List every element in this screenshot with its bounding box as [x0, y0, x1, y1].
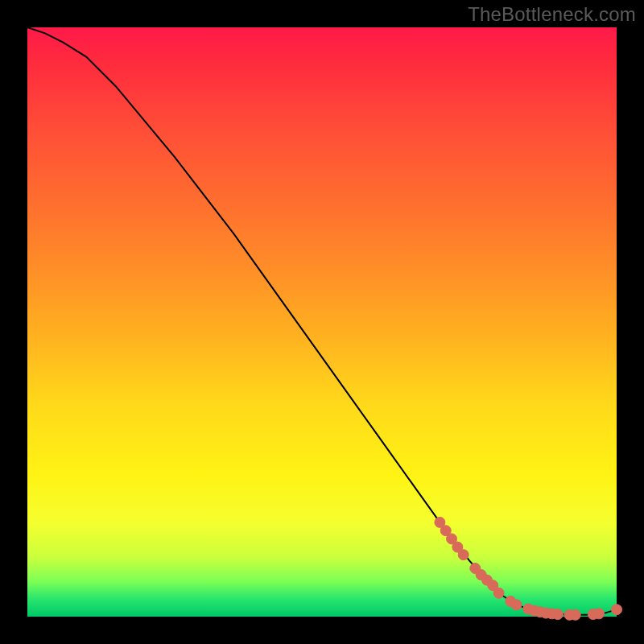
highlight-dots: [435, 517, 622, 620]
data-point: [570, 609, 580, 620]
data-point: [612, 605, 622, 615]
data-point: [511, 600, 522, 610]
data-point: [594, 609, 605, 619]
bottleneck-curve: [27, 27, 617, 615]
data-point: [493, 588, 504, 598]
data-point: [552, 609, 563, 620]
chart-svg: [27, 27, 617, 617]
plot-area: [27, 27, 617, 617]
chart-frame: TheBottleneck.com: [0, 0, 644, 644]
watermark-text: TheBottleneck.com: [468, 3, 636, 26]
data-point: [458, 550, 469, 560]
